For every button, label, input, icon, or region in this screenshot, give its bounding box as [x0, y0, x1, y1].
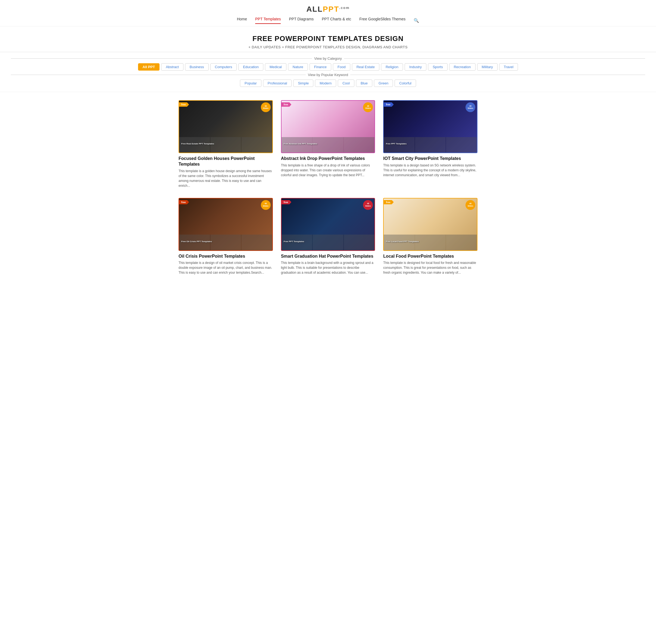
category-tag-travel[interactable]: Travel — [499, 63, 518, 71]
thumb-title: Free Abstract Ink PPT Templates — [284, 142, 373, 145]
keyword-label: View by Popular Keyword — [11, 73, 645, 77]
nav-ppt-diagrams[interactable]: PPT Diagrams — [289, 17, 313, 24]
nav-ppt-charts[interactable]: PPT Charts & etc — [322, 17, 351, 24]
template-title: IOT Smart City PowerPoint Templates — [383, 156, 478, 162]
keyword-tag-popular[interactable]: Popular — [240, 79, 261, 87]
category-tag-business[interactable]: Business — [185, 63, 209, 71]
template-title: Smart Graduation Hat PowerPoint Template… — [281, 254, 375, 259]
hero-section: FREE POWERPOINT TEMPLATES DESIGN + DAILY… — [0, 26, 656, 52]
keyword-tag-modern[interactable]: Modern — [315, 79, 336, 87]
free-badge: free — [282, 200, 291, 204]
hero-title: FREE POWERPOINT TEMPLATES DESIGN — [5, 34, 651, 43]
template-card-3[interactable]: free48SlidesFree PPT TemplatesIOT Smart … — [383, 100, 478, 188]
template-card-4[interactable]: free48SlidesFree Oil Crisis PPT Template… — [178, 198, 273, 275]
free-badge: free — [179, 102, 189, 107]
thumb-title: Free Local Food PPT Templates — [386, 240, 475, 243]
site-header: ALLPPT.com Home PPT Templates PPT Diagra… — [0, 0, 656, 26]
slides-badge: 48Slides — [465, 102, 475, 112]
category-tag-industry[interactable]: Industry — [404, 63, 427, 71]
category-tag-finance[interactable]: Finance — [309, 63, 331, 71]
site-logo[interactable]: ALLPPT.com — [0, 5, 656, 14]
thumb-title: Free PPT Templates — [386, 142, 475, 145]
keyword-tag-green[interactable]: Green — [374, 79, 393, 87]
category-tag-military[interactable]: Military — [477, 63, 498, 71]
category-tag-religion[interactable]: Religion — [381, 63, 403, 71]
keyword-tags: PopularProfessionalSimpleModernCoolBlueG… — [11, 79, 645, 87]
slides-badge: 48Slides — [363, 200, 373, 210]
keyword-tag-cool[interactable]: Cool — [338, 79, 354, 87]
thumb-title: Free PPT Templates — [284, 240, 373, 243]
logo-highlight: PPT — [323, 5, 339, 13]
template-card-2[interactable]: free48SlidesFree Abstract Ink PPT Templa… — [281, 100, 375, 188]
category-tag-nature[interactable]: Nature — [288, 63, 308, 71]
slides-badge: 48Slides — [465, 200, 475, 210]
template-title: Oil Crisis PowerPoint Templates — [178, 254, 273, 259]
free-badge: free — [282, 102, 291, 107]
template-title: Focused Golden Houses PowerPoint Templat… — [178, 156, 273, 167]
keyword-tag-simple[interactable]: Simple — [293, 79, 313, 87]
template-card-6[interactable]: free48SlidesFree Local Food PPT Template… — [383, 198, 478, 275]
slides-badge: 48Slides — [363, 102, 373, 112]
nav-google-slides[interactable]: Free GoogleSlides Themes — [359, 17, 406, 24]
thumb-title: Free Real Estate PPT Templates — [181, 142, 270, 145]
category-tag-recreation[interactable]: Recreation — [449, 63, 476, 71]
category-tag-real-estate[interactable]: Real Estate — [352, 63, 379, 71]
category-tag-medical[interactable]: Medical — [265, 63, 286, 71]
category-tags: All PPTAbstractBusinessComputersEducatio… — [11, 63, 645, 71]
template-description: This template is a golden house design a… — [178, 168, 273, 188]
category-tag-computers[interactable]: Computers — [210, 63, 237, 71]
category-tag-sports[interactable]: Sports — [428, 63, 447, 71]
nav-home[interactable]: Home — [237, 17, 247, 24]
template-card-1[interactable]: free48SlidesFree Real Estate PPT Templat… — [178, 100, 273, 188]
free-badge: free — [384, 200, 394, 204]
category-section: View by Category All PPTAbstractBusiness… — [0, 52, 656, 92]
category-tag-food[interactable]: Food — [333, 63, 350, 71]
template-description: This template is a brain background with… — [281, 260, 375, 275]
keyword-tag-professional[interactable]: Professional — [263, 79, 292, 87]
template-card-5[interactable]: free48SlidesFree PPT TemplatesSmart Grad… — [281, 198, 375, 275]
template-description: This template is a free shape of a drop … — [281, 163, 375, 178]
category-label: View by Category — [11, 56, 645, 61]
template-description: This template is a design based on 5G ne… — [383, 163, 478, 178]
slides-badge: 48Slides — [261, 200, 271, 210]
keyword-tag-blue[interactable]: Blue — [356, 79, 372, 87]
category-tag-education[interactable]: Education — [238, 63, 263, 71]
template-description: This template is a design of oil market … — [178, 260, 273, 275]
logo-suffix: .com — [339, 6, 349, 10]
template-title: Local Food PowerPoint Templates — [383, 254, 478, 259]
category-tag-abstract[interactable]: Abstract — [161, 63, 183, 71]
search-icon[interactable]: 🔍 — [414, 18, 419, 23]
thumb-title: Free Oil Crisis PPT Templates — [181, 240, 270, 243]
main-nav: Home PPT Templates PPT Diagrams PPT Char… — [0, 14, 656, 24]
hero-subtitle: + DAILY UPDATES + FREE POWERPOINT TEMPLA… — [5, 45, 651, 49]
template-grid: free48SlidesFree Real Estate PPT Templat… — [165, 92, 491, 286]
category-tag-all-ppt[interactable]: All PPT — [138, 63, 160, 71]
template-description: This template is designed for local food… — [383, 260, 478, 275]
free-badge: free — [179, 200, 189, 204]
slides-badge: 48Slides — [261, 102, 271, 112]
nav-ppt-templates[interactable]: PPT Templates — [255, 17, 281, 24]
free-badge: free — [384, 102, 394, 107]
keyword-tag-colorful[interactable]: Colorful — [395, 79, 416, 87]
logo-prefix: ALL — [306, 5, 323, 13]
template-title: Abstract Ink Drop PowerPoint Templates — [281, 156, 375, 162]
